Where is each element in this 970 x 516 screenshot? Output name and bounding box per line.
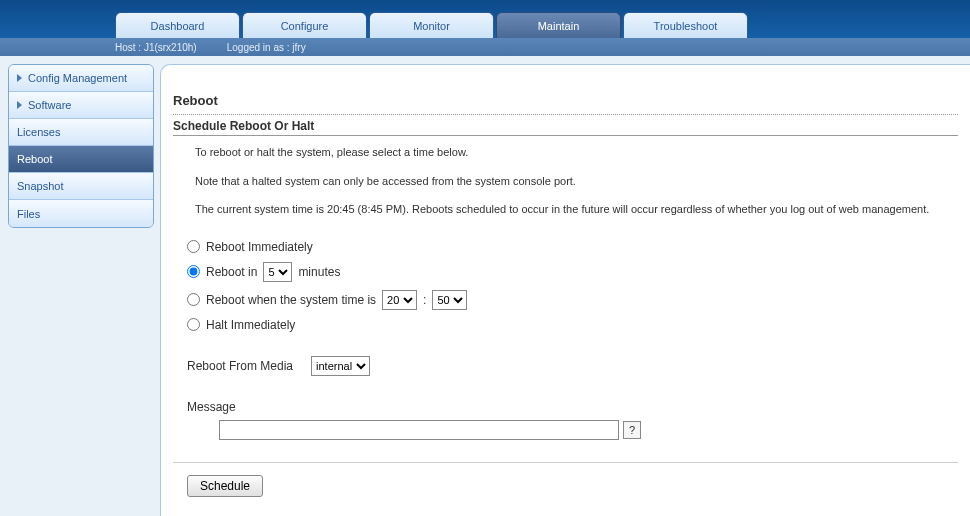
user-label: Logged in as : jfry bbox=[227, 42, 306, 53]
reboot-media-select[interactable]: internal bbox=[311, 356, 370, 376]
radio-reboot-immediately[interactable] bbox=[187, 240, 200, 253]
content-pane: Reboot Schedule Reboot Or Halt To reboot… bbox=[160, 64, 970, 516]
button-label: Schedule bbox=[200, 479, 250, 493]
radio-label: Reboot in bbox=[206, 265, 257, 279]
sidebar-item-label: Config Management bbox=[28, 72, 127, 84]
description-line: Note that a halted system can only be ac… bbox=[195, 173, 958, 190]
divider bbox=[173, 462, 958, 463]
description-line: The current system time is 20:45 (8:45 P… bbox=[195, 201, 958, 218]
tab-configure[interactable]: Configure bbox=[242, 12, 367, 38]
tab-label: Troubleshoot bbox=[654, 20, 718, 32]
divider bbox=[173, 114, 958, 115]
reboot-media-label: Reboot From Media bbox=[187, 359, 293, 373]
radio-label: Halt Immediately bbox=[206, 318, 295, 332]
description-block: To reboot or halt the system, please sel… bbox=[173, 144, 958, 218]
help-icon: ? bbox=[629, 424, 635, 436]
reboot-in-minutes-select[interactable]: 5 bbox=[263, 262, 292, 282]
chevron-right-icon bbox=[17, 101, 22, 109]
host-label: Host : J1(srx210h) bbox=[115, 42, 197, 53]
sidebar: Config Management Software Licenses Rebo… bbox=[0, 56, 160, 516]
tab-label: Dashboard bbox=[151, 20, 205, 32]
radio-reboot-when[interactable] bbox=[187, 293, 200, 306]
radio-reboot-in[interactable] bbox=[187, 265, 200, 278]
reboot-when-hour-select[interactable]: 20 bbox=[382, 290, 417, 310]
section-title: Schedule Reboot Or Halt bbox=[173, 119, 958, 136]
tab-monitor[interactable]: Monitor bbox=[369, 12, 494, 38]
chevron-right-icon bbox=[17, 74, 22, 82]
radio-label-suffix: minutes bbox=[298, 265, 340, 279]
tab-label: Configure bbox=[281, 20, 329, 32]
sidebar-item-config-management[interactable]: Config Management bbox=[9, 65, 153, 92]
tab-maintain[interactable]: Maintain bbox=[496, 12, 621, 38]
help-button[interactable]: ? bbox=[623, 421, 641, 439]
tab-label: Maintain bbox=[538, 20, 580, 32]
sidebar-item-label: Snapshot bbox=[17, 180, 63, 192]
sidebar-item-label: Reboot bbox=[17, 153, 52, 165]
info-bar: Host : J1(srx210h) Logged in as : jfry bbox=[0, 38, 970, 56]
sidebar-item-label: Licenses bbox=[17, 126, 60, 138]
radio-label: Reboot when the system time is bbox=[206, 293, 376, 307]
sidebar-item-snapshot[interactable]: Snapshot bbox=[9, 173, 153, 200]
tab-dashboard[interactable]: Dashboard bbox=[115, 12, 240, 38]
description-line: To reboot or halt the system, please sel… bbox=[195, 144, 958, 161]
message-label: Message bbox=[187, 400, 236, 414]
tab-label: Monitor bbox=[413, 20, 450, 32]
sidebar-item-software[interactable]: Software bbox=[9, 92, 153, 119]
tab-troubleshoot[interactable]: Troubleshoot bbox=[623, 12, 748, 38]
radio-label: Reboot Immediately bbox=[206, 240, 313, 254]
sidebar-item-licenses[interactable]: Licenses bbox=[9, 119, 153, 146]
reboot-options: Reboot Immediately Reboot in 5 minutes R… bbox=[187, 240, 958, 332]
sidebar-item-label: Files bbox=[17, 208, 40, 220]
time-colon: : bbox=[423, 293, 426, 307]
schedule-button[interactable]: Schedule bbox=[187, 475, 263, 497]
radio-halt-immediately[interactable] bbox=[187, 318, 200, 331]
reboot-when-minute-select[interactable]: 50 bbox=[432, 290, 467, 310]
sidebar-item-reboot[interactable]: Reboot bbox=[9, 146, 153, 173]
top-tab-bar: Dashboard Configure Monitor Maintain Tro… bbox=[0, 0, 970, 38]
sidebar-item-label: Software bbox=[28, 99, 71, 111]
message-input[interactable] bbox=[219, 420, 619, 440]
page-title: Reboot bbox=[173, 93, 958, 108]
sidebar-item-files[interactable]: Files bbox=[9, 200, 153, 227]
